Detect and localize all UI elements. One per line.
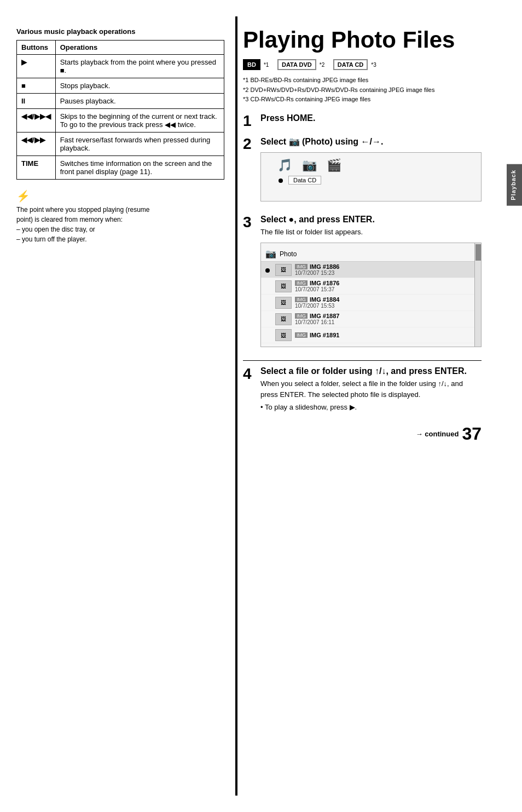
operation-cell: Stops playback. [55, 78, 224, 94]
diagram-menu: Data CD [279, 176, 321, 185]
filelist-row: 🖼IMGIMG #188710/7/2007 16:11 [261, 311, 481, 327]
file-name: IMG #1887 [310, 313, 339, 319]
diagram-selector-dot [279, 176, 285, 184]
photo-icon: 📷 [265, 249, 276, 259]
filelist-row: 🖼IMGIMG #188410/7/2007 15:53 [261, 295, 481, 311]
file-date: 10/7/2007 15:53 [295, 303, 339, 309]
icon-video: 🎬 [327, 158, 341, 172]
filelist-header: 📷 Photo [261, 246, 481, 262]
step-3-title: Select ●, and press ENTER. [260, 215, 482, 224]
step-4: 4 Select a file or folder using ↑/↓, and… [243, 366, 482, 413]
file-name: IMG #1886 [310, 263, 339, 270]
icon-music: 🎵 [277, 158, 292, 172]
badge-bd: BD [243, 59, 260, 70]
continued-text: → continued [416, 430, 459, 438]
file-info: IMGIMG #188710/7/2007 16:11 [295, 313, 339, 325]
file-badge: IMG [295, 297, 308, 302]
footnote-line: *3 CD-RWs/CD-Rs containing JPEG image fi… [243, 95, 482, 105]
operation-cell: Switches time information on the screen … [55, 156, 224, 180]
file-name: IMG #1891 [310, 332, 339, 338]
operation-cell: Pauses playback. [55, 94, 224, 109]
footnote-line: *1 BD-REs/BD-Rs containing JPEG image fi… [243, 76, 482, 85]
step-1-num: 1 [243, 113, 255, 129]
table-row: ■Stops playback. [17, 78, 224, 94]
operation-cell: Skips to the beginning of the current or… [55, 109, 224, 133]
disc-badges: BD*1 DATA DVD*2 DATA CD*3 [243, 59, 482, 70]
step-3: 3 Select ●, and press ENTER. The file li… [243, 215, 482, 353]
thumbnail: 🖼 [275, 313, 292, 325]
step-1-title: Press HOME. [260, 113, 482, 123]
note-line: point) is cleared from memory when: [16, 215, 224, 224]
selected-indicator [265, 267, 272, 273]
filelist-row: 🖼IMGIMG #188610/7/2007 15:23 [261, 262, 481, 278]
side-tab: Playback [507, 164, 522, 206]
step-4-body: When you select a folder, select a file … [260, 378, 482, 400]
table-row: ▶Starts playback from the point where yo… [17, 55, 224, 78]
buttons-table: Buttons Operations ▶Starts playback from… [16, 40, 224, 180]
diagram-icons: 🎵 📷 🎬 [277, 158, 341, 172]
note-section: ⚡ The point where you stopped playing (r… [16, 189, 224, 244]
badge-datadvd: DATA DVD [277, 59, 316, 70]
step-4-title: Select a file or folder using ↑/↓, and p… [260, 366, 482, 376]
step-2-diagram: 🎵 📷 🎬 Data CD [260, 152, 482, 201]
note-line: The point where you stopped playing (res… [16, 205, 224, 215]
section-title: Various music playback operations [16, 27, 224, 36]
note-icon: ⚡ [16, 189, 224, 203]
step-divider [243, 360, 482, 361]
file-info: IMGIMG #187610/7/2007 15:37 [295, 280, 339, 292]
file-name: IMG #1876 [310, 280, 339, 286]
thumbnail: 🖼 [275, 297, 292, 309]
file-badge: IMG [295, 332, 308, 338]
icon-photo: 📷 [302, 158, 317, 172]
diagram-menu-label: Data CD [288, 176, 321, 185]
table-row: ◀◀/▶▶Fast reverse/fast forwards when pre… [17, 133, 224, 156]
button-cell: TIME [17, 156, 56, 180]
footnotes: *1 BD-REs/BD-Rs containing JPEG image fi… [243, 76, 482, 105]
filelist-row: 🖼IMGIMG #1891 [261, 327, 481, 343]
table-row: IIPauses playback. [17, 94, 224, 109]
button-cell: ◀◀/▶▶ [17, 133, 56, 156]
filelist-diagram: 📷 Photo 🖼IMGIMG #188610/7/2007 15:23🖼IMG… [260, 243, 482, 347]
file-badge: IMG [295, 264, 308, 269]
badge-datacd: DATA CD [333, 59, 368, 70]
scrollbar [474, 243, 481, 347]
button-cell: II [17, 94, 56, 109]
table-row: TIMESwitches time information on the scr… [17, 156, 224, 180]
file-badge: IMG [295, 280, 308, 286]
filelist-rows: 🖼IMGIMG #188610/7/2007 15:23🖼IMGIMG #187… [261, 262, 481, 343]
step-2-num: 2 [243, 136, 255, 152]
datadvd-sup: *2 [320, 62, 324, 68]
datacd-sup: *3 [371, 62, 376, 68]
file-info: IMGIMG #188610/7/2007 15:23 [295, 263, 339, 276]
step-2-title: Select 📷 (Photo) using ←/→. [260, 136, 482, 147]
step-2: 2 Select 📷 (Photo) using ←/→. 🎵 📷 🎬 Data… [243, 136, 482, 207]
file-date: 10/7/2007 15:37 [295, 286, 339, 292]
table-row: ◀◀/▶▶◀Skips to the beginning of the curr… [17, 109, 224, 133]
filelist-row: 🖼IMGIMG #187610/7/2007 15:37 [261, 278, 481, 295]
file-date: 10/7/2007 16:11 [295, 319, 339, 325]
col-operations: Operations [55, 41, 224, 55]
thumbnail: 🖼 [275, 329, 292, 341]
page-title: Playing Photo Files [243, 27, 482, 53]
thumbnail: 🖼 [275, 264, 292, 276]
button-cell: ▶ [17, 55, 56, 78]
file-info: IMGIMG #1891 [295, 332, 339, 338]
step-4-bullet: • To play a slideshow, press ▶. [260, 402, 482, 413]
note-text: The point where you stopped playing (res… [16, 205, 224, 244]
continued-line: → continued 37 [243, 424, 482, 444]
step-1: 1 Press HOME. [243, 113, 482, 129]
file-date: 10/7/2007 15:23 [295, 270, 339, 276]
file-badge: IMG [295, 313, 308, 319]
col-buttons: Buttons [17, 41, 56, 55]
step-4-num: 4 [243, 366, 255, 382]
note-line: – you open the disc tray, or [16, 224, 224, 234]
step-3-body: The file list or folder list appears. [260, 227, 482, 238]
bd-sup: *1 [264, 62, 269, 68]
operation-cell: Fast reverse/fast forwards when pressed … [55, 133, 224, 156]
operation-cell: Starts playback from the point where you… [55, 55, 224, 78]
button-cell: ■ [17, 78, 56, 94]
file-info: IMGIMG #188410/7/2007 15:53 [295, 296, 339, 309]
page-number: 37 [462, 424, 482, 444]
footnote-line: *2 DVD+RWs/DVD+Rs/DVD-RWs/DVD-Rs contain… [243, 85, 482, 95]
scrollbar-thumb [475, 244, 481, 261]
